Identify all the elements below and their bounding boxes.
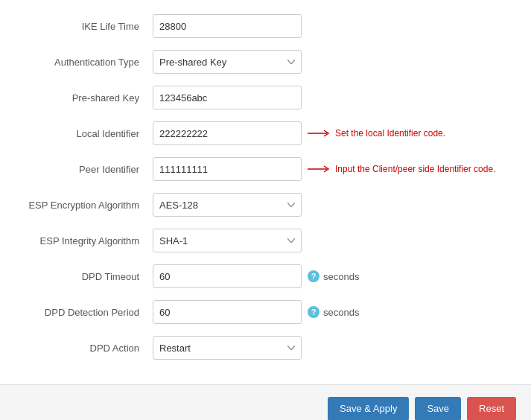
peer-identifier-hint-container: Input the Client/peer side Identifier co… [308,164,495,174]
esp-integrity-row: ESP Integrity Algorithm SHA-1 SHA-256 MD… [15,228,516,253]
peer-identifier-arrow-icon [308,165,331,174]
dpd-timeout-unit: seconds [323,271,359,282]
local-identifier-hint-text: Set the local Identifier code. [335,128,445,139]
peer-identifier-label: Peer Identifier [15,164,153,175]
authentication-type-select[interactable]: Pre-shared Key Certificate [153,50,302,74]
reset-button[interactable]: Reset [467,397,516,421]
authentication-type-row: Authentication Type Pre-shared Key Certi… [15,49,516,74]
local-identifier-row: Local Identifier Set the local Identifie… [15,121,516,146]
dpd-detection-help-icon[interactable]: ? [308,306,319,318]
peer-identifier-row: Peer Identifier Input the Client/peer si… [15,156,516,182]
save-apply-button[interactable]: Save & Apply [328,397,409,421]
dpd-action-label: DPD Action [15,343,153,354]
save-button[interactable]: Save [415,397,461,421]
local-identifier-arrow-icon [308,129,331,138]
dpd-action-row: DPD Action Restart Hold Clear None [15,335,516,360]
dpd-detection-unit-container: ? seconds [308,306,359,318]
form-container: IKE Life Time Authentication Type Pre-sh… [0,0,531,384]
dpd-timeout-unit-container: ? seconds [308,270,359,282]
dpd-detection-unit: seconds [323,307,359,318]
local-identifier-input[interactable] [153,121,302,145]
esp-integrity-label: ESP Integrity Algorithm [15,235,153,246]
dpd-timeout-help-icon[interactable]: ? [308,270,319,282]
dpd-timeout-label: DPD Timeout [15,271,153,282]
ike-life-time-label: IKE Life Time [15,21,153,32]
pre-shared-key-input[interactable] [153,86,302,109]
pre-shared-key-label: Pre-shared Key [15,92,153,104]
dpd-detection-period-input[interactable] [153,300,302,324]
local-identifier-hint-container: Set the local Identifier code. [308,128,445,139]
esp-encryption-select[interactable]: AES-128 AES-256 3DES DES [153,193,302,217]
esp-encryption-row: ESP Encryption Algorithm AES-128 AES-256… [15,192,516,217]
dpd-detection-period-label: DPD Detection Period [15,307,153,318]
peer-identifier-input[interactable] [153,157,302,181]
pre-shared-key-row: Pre-shared Key [15,85,516,110]
peer-identifier-hint-text: Input the Client/peer side Identifier co… [335,164,495,174]
ike-life-time-row: IKE Life Time [15,13,516,39]
dpd-timeout-input[interactable] [153,264,302,288]
authentication-type-label: Authentication Type [15,57,153,68]
esp-integrity-select[interactable]: SHA-1 SHA-256 MD5 [153,229,302,252]
esp-encryption-label: ESP Encryption Algorithm [15,200,153,211]
ike-life-time-input[interactable] [153,14,302,38]
dpd-action-select[interactable]: Restart Hold Clear None [153,336,302,360]
footer-bar: Save & Apply Save Reset [0,384,531,420]
dpd-detection-period-row: DPD Detection Period ? seconds [15,299,516,325]
local-identifier-label: Local Identifier [15,128,153,139]
dpd-timeout-row: DPD Timeout ? seconds [15,264,516,289]
